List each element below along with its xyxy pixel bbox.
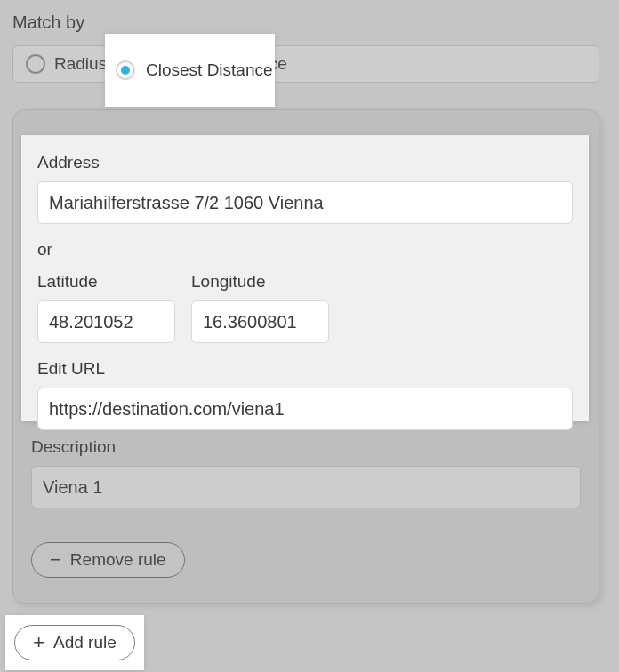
radio-radius[interactable]: Radius bbox=[13, 46, 119, 82]
minus-icon: − bbox=[50, 550, 61, 570]
description-label: Description bbox=[31, 437, 581, 457]
remove-rule-label: Remove rule bbox=[70, 550, 166, 570]
address-input-hl[interactable] bbox=[37, 181, 573, 224]
plus-icon: + bbox=[33, 633, 44, 652]
add-rule-button-hl[interactable]: + Add rule bbox=[14, 625, 135, 660]
highlight-closest-distance: Closest Distance bbox=[105, 34, 275, 107]
latitude-input-hl[interactable] bbox=[37, 300, 175, 343]
radio-closest-label-hl: Closest Distance bbox=[146, 60, 273, 80]
or-text-hl: or bbox=[37, 240, 573, 260]
longitude-input-hl[interactable] bbox=[191, 300, 329, 343]
remove-rule-button[interactable]: − Remove rule bbox=[31, 542, 185, 578]
highlight-add-rule: + Add rule bbox=[5, 615, 144, 670]
radio-radius-label: Radius bbox=[54, 54, 107, 74]
radio-checked-icon bbox=[116, 60, 135, 80]
latitude-label-hl: Latitude bbox=[37, 272, 175, 292]
edit-url-label-hl: Edit URL bbox=[37, 359, 573, 379]
radio-unchecked-icon bbox=[26, 54, 45, 74]
description-input[interactable] bbox=[31, 466, 581, 508]
match-by-title: Match by bbox=[12, 12, 607, 33]
edit-url-input-hl[interactable] bbox=[37, 388, 573, 430]
address-label-hl: Address bbox=[37, 153, 573, 172]
add-rule-label-hl: Add rule bbox=[53, 633, 117, 652]
longitude-label-hl: Longitude bbox=[191, 272, 329, 292]
match-by-radio-group: Radius Closest Distance bbox=[12, 45, 599, 83]
highlight-form-fields: Address or Latitude Longitude Edit URL bbox=[21, 135, 589, 421]
